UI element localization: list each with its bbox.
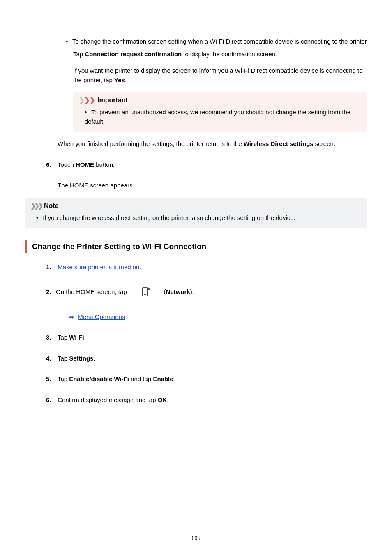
section-heading-row: Change the Printer Setting to Wi-Fi Conn… (25, 240, 367, 253)
text-bold: HOME (76, 161, 94, 168)
bullet-dot-icon: • (85, 108, 90, 117)
text-bold: Network (166, 287, 190, 297)
step-5: 5. Tap Enable/disable Wi-Fi and tap Enab… (46, 375, 367, 384)
important-callout: ❯❯❯ Important • To prevent an unauthoriz… (73, 92, 367, 132)
step-number: 2. (46, 287, 56, 297)
text: When you finished performing the setting… (58, 140, 244, 147)
confirmation-line2: If you want the printer to display the s… (73, 66, 367, 85)
note-text: If you change the wireless direct settin… (43, 214, 295, 221)
text: ). (190, 287, 194, 297)
text: Tap (58, 355, 69, 362)
text: . (173, 375, 175, 382)
text: screen. (314, 140, 335, 147)
arrow-right-icon: ➡ (69, 313, 74, 320)
page-number: 606 (0, 534, 392, 543)
step-number: 5. (46, 375, 56, 384)
text: . (84, 334, 86, 341)
note-bullet: • If you change the wireless direct sett… (36, 213, 362, 223)
important-header: ❯❯❯ Important (79, 95, 362, 105)
step-3: 3. Tap Wi-Fi. (46, 333, 367, 342)
text: Touch (58, 161, 76, 168)
step-4: 4. Tap Settings. (46, 354, 367, 363)
step-1-link[interactable]: Make sure printer is turned on. (58, 264, 141, 271)
important-text: To prevent an unauthorized access, we re… (85, 109, 350, 125)
bullet-dot-icon: • (66, 37, 71, 46)
text: Tap (73, 51, 85, 58)
section-title: Change the Printer Setting to Wi-Fi Conn… (32, 241, 206, 253)
important-bullet: • To prevent an unauthorized access, we … (85, 108, 362, 126)
text-bold: Connection request confirmation (85, 51, 182, 58)
confirmation-line1: Tap Connection request confirmation to d… (73, 50, 367, 59)
text: Confirm displayed message and tap (58, 396, 157, 403)
text: and tap (129, 375, 153, 382)
text: On the HOME screen, tap (56, 287, 127, 297)
heading-accent-bar (25, 240, 27, 253)
step-number: 6. (46, 395, 56, 405)
confirmation-bullet: • To change the confirmation screen sett… (66, 37, 367, 46)
step-number: 4. (46, 354, 56, 363)
text-bold: OK (158, 396, 167, 403)
step-2-sublink-row: ➡ Menu Operations (69, 312, 367, 322)
finished-text: When you finished performing the setting… (58, 139, 367, 149)
text-bold: Enable (153, 375, 173, 382)
top-step-6-body: The HOME screen appears. (58, 181, 367, 190)
chevron-important-icon: ❯❯❯ (79, 95, 95, 105)
step-number: 6. (46, 160, 56, 170)
important-label: Important (97, 95, 128, 105)
text: to display the confirmation screen. (182, 51, 277, 58)
chevron-note-icon: ❯❯❯ (30, 201, 42, 211)
top-step-6: 6. Touch HOME button. (46, 160, 367, 170)
text: . (167, 396, 168, 403)
text-bold: Enable/disable Wi-Fi (69, 375, 129, 382)
text: Tap (58, 375, 69, 382)
text-bold: Wireless Direct settings (244, 140, 314, 147)
step-1: 1. Make sure printer is turned on. (46, 263, 367, 272)
note-label: Note (44, 201, 59, 211)
text-bold: Settings (69, 355, 93, 362)
text: button. (94, 161, 115, 168)
menu-operations-link[interactable]: Menu Operations (78, 313, 125, 320)
bullet-dot-icon: • (36, 213, 41, 223)
note-callout: ❯❯❯ Note • If you change the wireless di… (25, 198, 367, 229)
step-6: 6. Confirm displayed message and tap OK. (46, 395, 367, 405)
step-number: 3. (46, 333, 56, 342)
text-bold: Wi-Fi (69, 334, 84, 341)
step-2: 2. On the HOME screen, tap (Network). (46, 284, 367, 301)
text: . (93, 355, 95, 362)
confirmation-bullet-text: To change the confirmation screen settin… (72, 38, 367, 45)
note-header: ❯❯❯ Note (30, 201, 362, 211)
step-number: 1. (46, 263, 56, 272)
network-icon (129, 283, 162, 300)
svg-rect-1 (144, 294, 146, 295)
text: . (125, 76, 127, 83)
text: Tap (58, 334, 69, 341)
text-bold: Yes (114, 76, 125, 83)
